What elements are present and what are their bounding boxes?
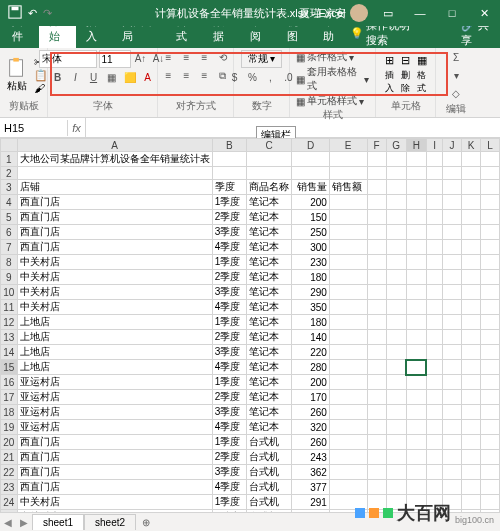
cell-B9[interactable]: 2季度 [212, 270, 247, 285]
cell-L15[interactable] [481, 360, 500, 375]
row-header-22[interactable]: 22 [1, 465, 18, 480]
row-header-15[interactable]: 15 [1, 360, 18, 375]
font-size-select[interactable] [99, 50, 131, 68]
cell-K7[interactable] [461, 240, 480, 255]
cell-J10[interactable] [443, 285, 461, 300]
cell-styles-button[interactable]: ▦ 单元格样式 ▾ [296, 94, 364, 108]
cell-L8[interactable] [481, 255, 500, 270]
cell-L1[interactable] [481, 152, 500, 167]
name-box[interactable]: H15 [0, 120, 68, 136]
cell-J8[interactable] [443, 255, 461, 270]
cell-C3[interactable]: 商品名称 [247, 180, 292, 195]
cell-C12[interactable]: 笔记本 [247, 315, 292, 330]
format-cells-button[interactable]: ▦格式 [415, 54, 429, 95]
col-header-B[interactable]: B [212, 139, 247, 152]
col-header-F[interactable]: F [367, 139, 386, 152]
cell-F19[interactable] [367, 420, 386, 435]
cell-E18[interactable] [329, 405, 367, 420]
cell-K2[interactable] [461, 167, 480, 180]
cell-L11[interactable] [481, 300, 500, 315]
cell-I16[interactable] [426, 375, 443, 390]
row-header-14[interactable]: 14 [1, 345, 18, 360]
cell-B17[interactable]: 2季度 [212, 390, 247, 405]
cell-B8[interactable]: 1季度 [212, 255, 247, 270]
cell-F11[interactable] [367, 300, 386, 315]
cell-D8[interactable]: 230 [292, 255, 330, 270]
row-header-12[interactable]: 12 [1, 315, 18, 330]
cell-J11[interactable] [443, 300, 461, 315]
cell-A2[interactable] [17, 167, 212, 180]
increase-font-icon[interactable]: A↑ [133, 51, 149, 67]
cell-B13[interactable]: 2季度 [212, 330, 247, 345]
cell-H18[interactable] [406, 405, 426, 420]
cell-I23[interactable] [426, 480, 443, 495]
cell-G23[interactable] [386, 480, 406, 495]
cell-A1[interactable]: 大地公司某品牌计算机设备全年销量统计表 [17, 152, 212, 167]
cell-L16[interactable] [481, 375, 500, 390]
cell-J17[interactable] [443, 390, 461, 405]
cell-F8[interactable] [367, 255, 386, 270]
cell-D14[interactable]: 220 [292, 345, 330, 360]
cell-G3[interactable] [386, 180, 406, 195]
clear-icon[interactable]: ◇ [448, 86, 464, 102]
format-painter-icon[interactable]: 🖌 [34, 82, 48, 94]
cell-J2[interactable] [443, 167, 461, 180]
cell-J1[interactable] [443, 152, 461, 167]
cell-H4[interactable] [406, 195, 426, 210]
cell-C5[interactable]: 笔记本 [247, 210, 292, 225]
cell-I21[interactable] [426, 450, 443, 465]
cell-C15[interactable]: 笔记本 [247, 360, 292, 375]
cell-C22[interactable]: 台式机 [247, 465, 292, 480]
cell-H2[interactable] [406, 167, 426, 180]
cell-C23[interactable]: 台式机 [247, 480, 292, 495]
cell-A6[interactable]: 西直门店 [17, 225, 212, 240]
cell-E4[interactable] [329, 195, 367, 210]
cell-C8[interactable]: 笔记本 [247, 255, 292, 270]
cell-F5[interactable] [367, 210, 386, 225]
cell-I3[interactable] [426, 180, 443, 195]
cell-I9[interactable] [426, 270, 443, 285]
cell-L22[interactable] [481, 465, 500, 480]
row-header-7[interactable]: 7 [1, 240, 18, 255]
cell-G20[interactable] [386, 435, 406, 450]
row-header-1[interactable]: 1 [1, 152, 18, 167]
cell-E23[interactable] [329, 480, 367, 495]
cell-L13[interactable] [481, 330, 500, 345]
cell-C9[interactable]: 笔记本 [247, 270, 292, 285]
cell-G19[interactable] [386, 420, 406, 435]
cell-D5[interactable]: 150 [292, 210, 330, 225]
cell-E15[interactable] [329, 360, 367, 375]
cell-J9[interactable] [443, 270, 461, 285]
conditional-format-button[interactable]: ▦ 条件格式 ▾ [296, 50, 354, 64]
cell-H6[interactable] [406, 225, 426, 240]
col-header-L[interactable]: L [481, 139, 500, 152]
cell-A9[interactable]: 中关村店 [17, 270, 212, 285]
cell-F3[interactable] [367, 180, 386, 195]
cell-I22[interactable] [426, 465, 443, 480]
cell-G16[interactable] [386, 375, 406, 390]
cell-D2[interactable] [292, 167, 330, 180]
cell-A4[interactable]: 西直门店 [17, 195, 212, 210]
cell-E13[interactable] [329, 330, 367, 345]
cell-H20[interactable] [406, 435, 426, 450]
cell-J16[interactable] [443, 375, 461, 390]
cell-G4[interactable] [386, 195, 406, 210]
cell-D4[interactable]: 200 [292, 195, 330, 210]
row-header-8[interactable]: 8 [1, 255, 18, 270]
align-top-icon[interactable]: ≡ [161, 50, 177, 66]
cell-F14[interactable] [367, 345, 386, 360]
cell-D24[interactable]: 291 [292, 495, 330, 510]
cell-C13[interactable]: 笔记本 [247, 330, 292, 345]
cell-H10[interactable] [406, 285, 426, 300]
select-all-corner[interactable] [1, 139, 18, 152]
cell-A19[interactable]: 亚运村店 [17, 420, 212, 435]
cell-G9[interactable] [386, 270, 406, 285]
sheet-nav-prev[interactable]: ◀ [0, 517, 16, 528]
sheet-tab-sheet1[interactable]: sheet1 [32, 514, 84, 530]
cell-A22[interactable]: 西直门店 [17, 465, 212, 480]
cell-L20[interactable] [481, 435, 500, 450]
cell-I15[interactable] [426, 360, 443, 375]
cell-D16[interactable]: 200 [292, 375, 330, 390]
cell-B1[interactable] [212, 152, 247, 167]
align-center-icon[interactable]: ≡ [179, 68, 195, 84]
